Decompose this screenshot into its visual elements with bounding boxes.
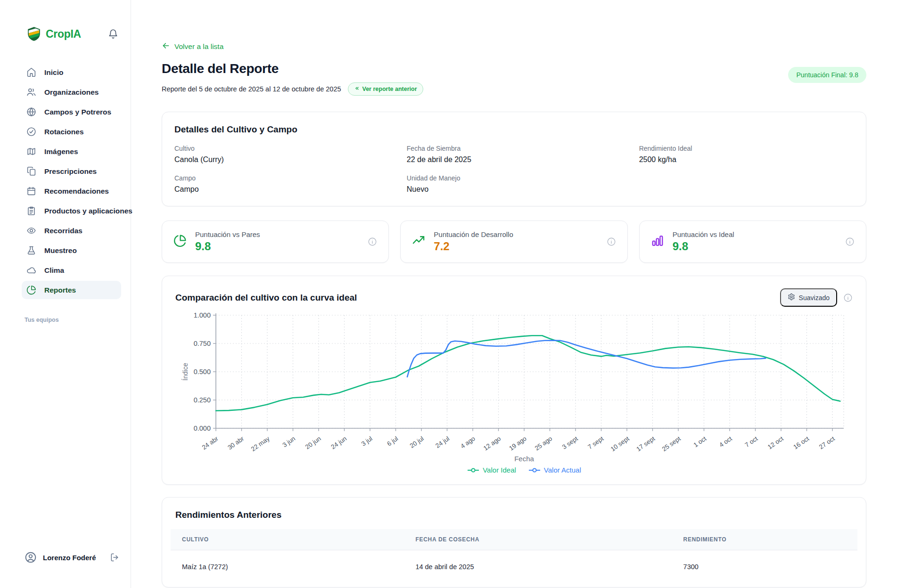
app-root: CropIA InicioOrganizacionesCampos y Potr… — [0, 0, 905, 588]
column-header-fecha-de-cosecha: FECHA DE COSECHA — [404, 529, 672, 550]
table-cell: 7300 — [672, 550, 857, 585]
sidebar-item-recomendaciones[interactable]: Recomendaciones — [22, 182, 121, 200]
field-label: Fecha de Siembra — [407, 145, 639, 152]
svg-text:Índice: Índice — [181, 363, 189, 381]
field-value: Campo — [174, 185, 407, 194]
logo-text: CropIA — [46, 28, 81, 41]
smoothed-toggle-button[interactable]: Suavizado — [780, 288, 837, 307]
sidebar-item-campos-y-potreros[interactable]: Campos y Potreros — [22, 103, 121, 121]
svg-text:0.750: 0.750 — [194, 340, 211, 347]
svg-text:1 oct: 1 oct — [692, 435, 708, 449]
info-icon[interactable] — [845, 237, 855, 246]
sidebar-item-productos-y-aplicaciones[interactable]: Productos y aplicaciones — [22, 202, 121, 220]
documents-icon — [26, 166, 36, 176]
score-card-puntuacion-de-desarrollo: Puntuación de Desarrollo7.2 — [400, 220, 627, 263]
svg-text:0.000: 0.000 — [194, 425, 211, 432]
report-period: Reporte del 5 de octubre de 2025 al 12 d… — [162, 85, 341, 93]
sidebar-item-label: Recorridas — [44, 227, 82, 235]
sidebar-item-rotaciones[interactable]: Rotaciones — [22, 122, 121, 141]
field-value: Nuevo — [407, 185, 639, 194]
sidebar-item-reportes[interactable]: Reportes — [22, 281, 121, 299]
final-score-badge: Puntuación Final: 9.8 — [788, 67, 866, 83]
score-label: Puntuación vs Pares — [195, 230, 260, 238]
comparison-chart-card: Comparación del cultivo con la curva ide… — [162, 276, 866, 485]
previous-yields-card: Rendimientos Anteriores CULTIVOFECHA DE … — [162, 497, 866, 588]
score-label: Puntuación de Desarrollo — [434, 230, 513, 238]
detail-field-fecha-de-siembra: Fecha de Siembra22 de abril de 2025 — [407, 145, 639, 164]
svg-text:12 ago: 12 ago — [482, 435, 502, 452]
svg-text:17 sept: 17 sept — [635, 435, 656, 453]
sidebar-item-prescripciones[interactable]: Prescripciones — [22, 162, 121, 180]
svg-text:3 jun: 3 jun — [281, 435, 297, 449]
sidebar-user[interactable]: Lorenzo Foderé — [25, 551, 119, 564]
info-icon[interactable] — [368, 237, 377, 246]
sidebar: CropIA InicioOrganizacionesCampos y Potr… — [0, 0, 131, 588]
legend-marker-icon — [467, 467, 479, 473]
sidebar-item-organizaciones[interactable]: Organizaciones — [22, 83, 121, 101]
sidebar-item-muestreo[interactable]: Muestreo — [22, 241, 121, 260]
cropia-shield-icon — [26, 26, 41, 41]
field-label: Cultivo — [174, 145, 407, 152]
crop-details-card: Detalles del Cultivo y Campo CultivoCano… — [162, 112, 866, 206]
svg-text:10 sept: 10 sept — [609, 435, 631, 453]
sidebar-nav: InicioOrganizacionesCampos y PotrerosRot… — [22, 63, 121, 299]
chart-title: Comparación del cultivo con la curva ide… — [175, 293, 357, 303]
table-cell: Maíz 1a (7272) — [171, 550, 404, 585]
back-to-list-link[interactable]: Volver a la lista — [162, 41, 223, 52]
column-header-cultivo: CULTIVO — [171, 529, 404, 550]
sidebar-item-label: Muestreo — [44, 246, 77, 255]
legend-label: Valor Actual — [544, 466, 581, 474]
svg-text:Fecha: Fecha — [514, 455, 534, 463]
sidebar-item-label: Inicio — [44, 68, 63, 77]
svg-text:6 jul: 6 jul — [386, 435, 399, 447]
svg-text:3 sept: 3 sept — [561, 435, 579, 451]
svg-text:4 ago: 4 ago — [459, 435, 476, 450]
previous-report-button[interactable]: Ver reporte anterior — [348, 82, 423, 96]
svg-text:0.500: 0.500 — [194, 368, 211, 376]
gear-icon — [788, 293, 795, 302]
info-icon[interactable] — [607, 237, 616, 246]
legend-item-valor-ideal: Valor Ideal — [467, 466, 516, 474]
sidebar-item-label: Imágenes — [44, 147, 78, 156]
sidebar-item-imagenes[interactable]: Imágenes — [22, 142, 121, 161]
sidebar-item-recorridas[interactable]: Recorridas — [22, 221, 121, 240]
map-icon — [26, 147, 36, 156]
sidebar-header: CropIA — [26, 26, 118, 41]
svg-text:20 jun: 20 jun — [304, 435, 322, 450]
svg-text:22 may: 22 may — [250, 435, 271, 453]
table-cell: 14 de abril de 2025 — [404, 550, 672, 585]
comparison-chart[interactable]: 0.0000.2500.5000.7501.00024 abr30 abr22 … — [175, 310, 854, 469]
eye-icon — [26, 226, 36, 236]
field-value: 2500 kg/ha — [639, 155, 854, 164]
app-logo[interactable]: CropIA — [26, 26, 81, 41]
chart-info-icon[interactable] — [843, 293, 853, 302]
yields-table-title: Rendimientos Anteriores — [175, 510, 857, 520]
svg-text:27 oct: 27 oct — [818, 435, 836, 451]
field-label: Rendimiento Ideal — [639, 145, 854, 152]
flask-icon — [26, 245, 36, 255]
clipboard-icon — [26, 206, 36, 216]
svg-text:1.000: 1.000 — [194, 311, 211, 319]
sidebar-item-label: Campos y Potreros — [44, 108, 111, 116]
score-card-puntuacion-vs-ideal: Puntuación vs Ideal9.8 — [639, 220, 866, 263]
notifications-bell-icon[interactable] — [108, 29, 118, 39]
sidebar-item-clima[interactable]: Clima — [22, 261, 121, 279]
previous-yields-table: CULTIVOFECHA DE COSECHARENDIMIENTO Maíz … — [171, 529, 857, 584]
sidebar-item-inicio[interactable]: Inicio — [22, 63, 121, 82]
pie-chart-icon — [26, 285, 36, 295]
user-avatar-icon — [25, 551, 37, 564]
score-label: Puntuación vs Ideal — [673, 230, 734, 238]
logout-icon[interactable] — [110, 553, 119, 562]
arrow-left-icon — [162, 41, 170, 52]
page-title: Detalle del Reporte — [162, 61, 423, 76]
previous-report-label: Ver reporte anterior — [362, 86, 417, 92]
table-row: Maíz 1a (7272)14 de abril de 20257300 — [171, 550, 857, 585]
svg-text:3 jul: 3 jul — [360, 435, 374, 447]
sidebar-item-label: Rotaciones — [44, 128, 84, 136]
svg-text:19 ago: 19 ago — [508, 435, 527, 452]
svg-text:7 sept: 7 sept — [586, 435, 605, 451]
globe-icon — [26, 107, 36, 117]
users-icon — [26, 87, 36, 97]
svg-text:24 jul: 24 jul — [434, 435, 451, 449]
svg-text:7 oct: 7 oct — [744, 435, 759, 449]
